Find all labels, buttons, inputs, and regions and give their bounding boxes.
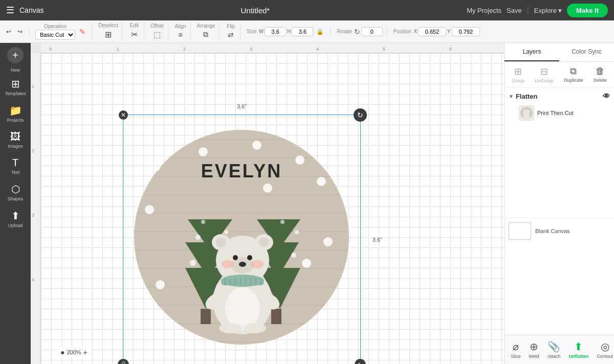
- flip-label: Flip: [227, 24, 235, 29]
- design-container[interactable]: 3.6" 3.6" ✕ ↻ 🔒 ⤡: [123, 115, 361, 364]
- flip-button[interactable]: ⇄: [226, 30, 236, 40]
- ungroup-icon: ⊟: [540, 66, 548, 77]
- group-icon: ⊞: [514, 66, 522, 77]
- ungroup-button[interactable]: ⊟ UnGroup: [535, 66, 554, 83]
- hamburger-icon[interactable]: ☰: [6, 5, 14, 16]
- svg-point-4: [190, 260, 196, 266]
- explore-link[interactable]: Explore ▾: [534, 7, 562, 14]
- sidebar-item-text[interactable]: T Text: [2, 154, 29, 178]
- sidebar-item-templates[interactable]: ⊞ Templates: [2, 75, 29, 99]
- align-button[interactable]: ≡: [176, 30, 184, 40]
- sidebar-item-images[interactable]: 🖼 Images: [2, 128, 29, 152]
- rotate-label: Rotate: [337, 29, 352, 34]
- duplicate-button[interactable]: ⧉ Duplicate: [564, 66, 583, 83]
- snow-dot: [199, 147, 208, 156]
- arrange-button[interactable]: ⧉: [201, 29, 210, 40]
- x-input[interactable]: [418, 27, 446, 36]
- panel-tabs: Layers Color Sync: [505, 43, 614, 62]
- tab-color-sync[interactable]: Color Sync: [559, 43, 614, 61]
- offset-item: Offset ⬚: [150, 23, 164, 40]
- handle-bottom-left[interactable]: 🔒: [118, 359, 129, 364]
- nav-divider: |: [527, 6, 529, 15]
- y-label: Y: [447, 29, 451, 34]
- zoom-plus-icon[interactable]: +: [83, 348, 87, 356]
- new-button[interactable]: +: [7, 47, 24, 63]
- operation-color-btn[interactable]: ✎: [77, 27, 87, 37]
- upload-icon: ⬆: [11, 210, 20, 222]
- layer-item[interactable]: Print Then Cut: [509, 103, 610, 123]
- v-ruler-mark-1: 1: [32, 84, 34, 89]
- make-it-button[interactable]: Make It: [567, 4, 608, 17]
- new-label: New: [11, 67, 20, 73]
- ruler-mark-6: 6: [449, 47, 452, 52]
- svg-point-7: [224, 230, 228, 234]
- edit-label: Edit: [130, 22, 139, 28]
- deselect-button[interactable]: ⊞: [103, 29, 114, 40]
- sidebar-item-upload[interactable]: ⬆ Upload: [2, 207, 29, 231]
- canvas-content: 3.6" 3.6" ✕ ↻ 🔒 ⤡: [41, 53, 504, 364]
- delete-button[interactable]: 🗑 Delete: [594, 66, 607, 83]
- offset-button[interactable]: ⬚: [151, 29, 163, 40]
- layer-thumbnail: [519, 105, 534, 121]
- unflatten-icon: ⬆: [574, 340, 583, 353]
- tab-layers[interactable]: Layers: [505, 43, 559, 61]
- svg-point-28: [251, 260, 264, 268]
- handle-top-left[interactable]: ✕: [119, 110, 128, 120]
- edit-button[interactable]: ✂: [129, 29, 140, 40]
- svg-point-47: [527, 109, 530, 112]
- svg-point-41: [219, 323, 242, 333]
- height-input[interactable]: [292, 27, 313, 36]
- images-label: Images: [8, 144, 23, 149]
- undo-button[interactable]: ↩: [4, 27, 13, 36]
- group-button[interactable]: ⊞ Group: [512, 66, 524, 83]
- contour-button[interactable]: ◎ Contour: [593, 338, 614, 361]
- align-group: Align ≡: [174, 24, 190, 40]
- position-row: X Y: [413, 27, 479, 36]
- handle-top-right[interactable]: ↻: [354, 108, 367, 122]
- sidebar-item-projects[interactable]: 📁 Projects: [2, 101, 29, 126]
- projects-icon: 📁: [9, 104, 22, 117]
- unflatten-button[interactable]: ⬆ Unflatten: [564, 338, 593, 361]
- lock-handle-icon: 🔒: [120, 361, 127, 364]
- ruler-mark-1: 1: [117, 47, 119, 52]
- handle-bottom-right[interactable]: ⤡: [355, 359, 366, 364]
- dimension-top: 3.6": [237, 103, 247, 109]
- svg-rect-3: [201, 309, 211, 324]
- zoom-minus-icon[interactable]: ●: [60, 348, 64, 356]
- rotate-input[interactable]: [361, 27, 383, 36]
- width-input[interactable]: [265, 27, 286, 36]
- projects-label: Projects: [7, 118, 24, 123]
- operation-select[interactable]: Basic Cut: [35, 30, 75, 40]
- right-panel: Layers Color Sync ⊞ Group ⊟ UnGroup ⧉ Du…: [504, 43, 614, 364]
- svg-point-6: [195, 235, 201, 240]
- eye-icon[interactable]: 👁: [603, 92, 610, 100]
- unflatten-label: Unflatten: [568, 354, 588, 359]
- weld-button[interactable]: ⊕ Weld: [525, 338, 543, 361]
- layer-name: Flatten: [516, 93, 538, 100]
- templates-label: Templates: [5, 91, 26, 96]
- collapse-arrow-icon[interactable]: ▼: [509, 94, 514, 99]
- redo-button[interactable]: ↪: [15, 27, 25, 36]
- close-icon: ✕: [121, 111, 126, 119]
- ruler-mark-2: 2: [183, 47, 186, 52]
- zoom-indicator: ● 200% +: [56, 347, 92, 358]
- save-link[interactable]: Save: [507, 7, 522, 14]
- rotate-handle-icon: ↻: [357, 111, 363, 119]
- shapes-label: Shapes: [8, 196, 24, 201]
- contour-icon: ◎: [601, 340, 609, 353]
- my-projects-link[interactable]: My Projects: [467, 7, 501, 14]
- undo-redo-group: ↩ ↪: [4, 27, 29, 36]
- bear-scene-svg: [155, 171, 328, 345]
- slice-button[interactable]: ⌀ Slice: [507, 338, 525, 361]
- lock-proportions-button[interactable]: 🔒: [314, 27, 326, 36]
- sidebar-item-shapes[interactable]: ⬡ Shapes: [2, 180, 29, 204]
- arrange-item: Arrange ⧉: [197, 23, 215, 40]
- duplicate-icon: ⧉: [570, 66, 577, 77]
- y-input[interactable]: [452, 27, 480, 36]
- ungroup-label: UnGroup: [535, 78, 554, 83]
- position-label: Position: [393, 29, 412, 34]
- attach-button[interactable]: 📎 Attach: [543, 338, 565, 361]
- dimension-right: 3.6": [372, 237, 382, 243]
- svg-point-17: [280, 220, 284, 224]
- app-name: Canvas: [19, 6, 43, 14]
